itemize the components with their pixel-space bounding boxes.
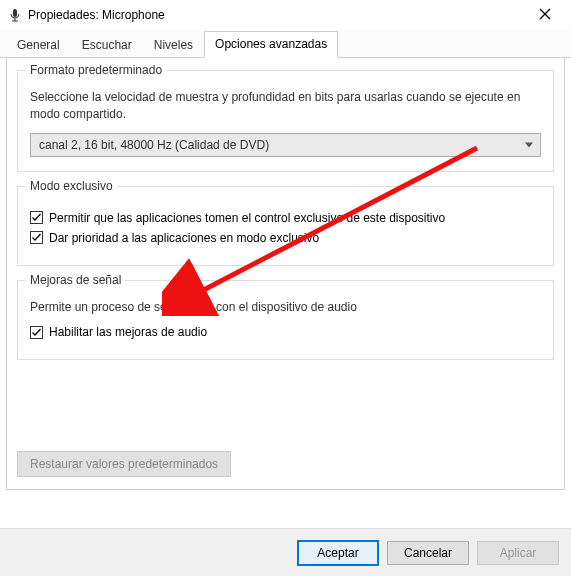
- apply-button[interactable]: Aplicar: [477, 541, 559, 565]
- checkbox-priority-exclusive-label: Dar prioridad a las aplicaciones en modo…: [49, 231, 319, 245]
- checkbox-allow-exclusive[interactable]: Permitir que las aplicaciones tomen el c…: [30, 211, 541, 225]
- title-group: Propiedades: Microphone: [8, 8, 165, 22]
- checkbox-enable-enhancements[interactable]: Habilitar las mejoras de audio: [30, 325, 541, 339]
- mejoras-desc: Permite un proceso de señal extra con el…: [30, 299, 541, 316]
- legend-modo-exclusivo: Modo exclusivo: [26, 179, 117, 193]
- cancel-button[interactable]: Cancelar: [387, 541, 469, 565]
- close-icon[interactable]: [529, 3, 561, 27]
- window: Propiedades: Microphone General Escuchar…: [0, 0, 571, 576]
- titlebar: Propiedades: Microphone: [0, 0, 571, 30]
- tab-general[interactable]: General: [6, 32, 71, 58]
- tab-strip: General Escuchar Niveles Opciones avanza…: [0, 30, 571, 58]
- tab-escuchar[interactable]: Escuchar: [71, 32, 143, 58]
- svg-rect-0: [13, 9, 17, 17]
- tab-opciones-avanzadas[interactable]: Opciones avanzadas: [204, 31, 338, 58]
- group-mejoras-de-senal: Mejoras de señal Permite un proceso de s…: [17, 280, 554, 361]
- checkbox-priority-exclusive[interactable]: Dar prioridad a las aplicaciones en modo…: [30, 231, 541, 245]
- checkbox-icon: [30, 326, 43, 339]
- group-modo-exclusivo: Modo exclusivo Permitir que las aplicaci…: [17, 186, 554, 266]
- checkbox-allow-exclusive-label: Permitir que las aplicaciones tomen el c…: [49, 211, 445, 225]
- legend-mejoras: Mejoras de señal: [26, 273, 125, 287]
- accept-button[interactable]: Aceptar: [297, 540, 379, 566]
- formato-desc: Seleccione la velocidad de muestra y pro…: [30, 89, 541, 123]
- format-select-wrap: canal 2, 16 bit, 48000 Hz (Calidad de DV…: [30, 133, 541, 157]
- checkbox-icon: [30, 211, 43, 224]
- tab-niveles[interactable]: Niveles: [143, 32, 204, 58]
- group-formato-predeterminado: Formato predeterminado Seleccione la vel…: [17, 70, 554, 172]
- microphone-icon: [8, 8, 22, 22]
- dialog-button-bar: Aceptar Cancelar Aplicar: [0, 528, 571, 576]
- checkbox-enable-enhancements-label: Habilitar las mejoras de audio: [49, 325, 207, 339]
- tab-panel: Formato predeterminado Seleccione la vel…: [6, 58, 565, 490]
- legend-formato: Formato predeterminado: [26, 63, 166, 77]
- checkbox-icon: [30, 231, 43, 244]
- restore-defaults-button[interactable]: Restaurar valores predeterminados: [17, 451, 231, 477]
- format-select[interactable]: canal 2, 16 bit, 48000 Hz (Calidad de DV…: [30, 133, 541, 157]
- window-title: Propiedades: Microphone: [28, 8, 165, 22]
